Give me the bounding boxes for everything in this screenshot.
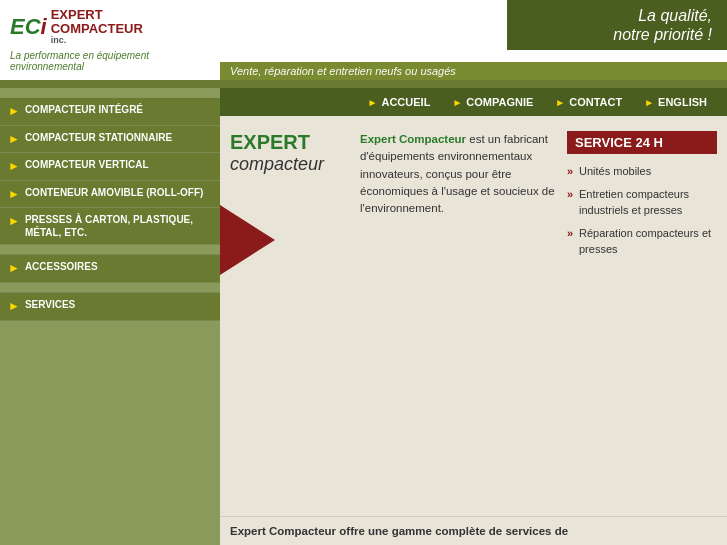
sidebar-item-compacteur-integre[interactable]: ► COMPACTEUR INTÉGRÉ	[0, 98, 220, 125]
logo-top: ECi EXPERT COMPACTEUR inc.	[10, 8, 210, 46]
description-block: Expert Compacteur est un fabricant d'équ…	[360, 131, 557, 506]
header-right: La qualité, notre priorité ! Vente, répa…	[220, 0, 727, 80]
service-item-unites: Unités mobiles	[567, 162, 717, 181]
description-text: Expert Compacteur est un fabricant d'équ…	[360, 131, 557, 217]
nav-item-accueil[interactable]: ► ACCUEIL	[358, 93, 441, 111]
quality-text-line1: La qualité,	[522, 6, 712, 25]
header-subtitle: Vente, réparation et entretien neufs ou …	[220, 62, 727, 80]
list-item[interactable]: ► SERVICES	[0, 293, 220, 321]
sidebar-item-compacteur-vertical[interactable]: ► COMPACTEUR VERTICAL	[0, 153, 220, 180]
nav-arrow-icon: ►	[644, 97, 654, 108]
nav-item-compagnie[interactable]: ► COMPAGNIE	[442, 93, 543, 111]
bullet-icon: ►	[8, 187, 20, 203]
nav-arrow-icon: ►	[555, 97, 565, 108]
service-item-reparation: Réparation compacteurs et presses	[567, 224, 717, 259]
logo-block: ECi EXPERT COMPACTEUR inc. La performanc…	[0, 0, 220, 80]
nav-bar: ► ACCUEIL ► COMPAGNIE ► CONTACT ► ENGLIS…	[220, 88, 727, 116]
main-container: ► COMPACTEUR INTÉGRÉ ► COMPACTEUR STATIO…	[0, 88, 727, 545]
list-item[interactable]: ► COMPACTEUR INTÉGRÉ	[0, 98, 220, 126]
nav-arrow-icon: ►	[368, 97, 378, 108]
sidebar-item-accessoires[interactable]: ► ACCESSOIRES	[0, 255, 220, 282]
description-rest: est un fabricant d'équipements environne…	[360, 133, 555, 214]
nav-item-contact[interactable]: ► CONTACT	[545, 93, 632, 111]
list-item[interactable]: ► PRESSES À CARTON, PLASTIQUE, MÉTAL, ET…	[0, 208, 220, 245]
service-block: SERVICE 24 H Unités mobiles Entretien co…	[567, 131, 717, 506]
list-item[interactable]: ► COMPACTEUR VERTICAL	[0, 153, 220, 181]
sidebar-item-conteneur-amovible[interactable]: ► CONTENEUR AMOVIBLE (ROLL-OFF)	[0, 181, 220, 208]
sidebar-spacer2	[0, 283, 220, 293]
bullet-icon: ►	[8, 104, 20, 120]
bottom-text: Expert Compacteur offre une gamme complè…	[230, 525, 568, 537]
nav-item-english[interactable]: ► ENGLISH	[634, 93, 717, 111]
list-item[interactable]: ► COMPACTEUR STATIONNAIRE	[0, 126, 220, 154]
list-item[interactable]: ► ACCESSOIRES	[0, 255, 220, 283]
title-expert: EXPERT	[230, 131, 350, 154]
logo-tagline: La performance en équipement environneme…	[10, 50, 210, 72]
service-list: Unités mobiles Entretien compacteurs ind…	[567, 162, 717, 259]
nav-items: ► ACCUEIL ► COMPAGNIE ► CONTACT ► ENGLIS…	[358, 93, 717, 111]
logo-eci: ECi	[10, 14, 47, 40]
header: ECi EXPERT COMPACTEUR inc. La performanc…	[0, 0, 727, 80]
sidebar-menu: ► COMPACTEUR INTÉGRÉ ► COMPACTEUR STATIO…	[0, 98, 220, 321]
sidebar: ► COMPACTEUR INTÉGRÉ ► COMPACTEUR STATIO…	[0, 88, 220, 545]
content-main: EXPERT compacteur Expert Compacteur est …	[220, 116, 727, 516]
sidebar-spacer	[0, 245, 220, 255]
title-compacteur: compacteur	[230, 154, 350, 175]
green-stripe	[0, 80, 727, 88]
content-area: ► ACCUEIL ► COMPAGNIE ► CONTACT ► ENGLIS…	[220, 88, 727, 545]
logo-expert-text: EXPERT COMPACTEUR inc.	[51, 8, 143, 46]
bullet-icon: ►	[8, 299, 20, 315]
service-item-entretien: Entretien compacteurs industriels et pre…	[567, 185, 717, 220]
bullet-icon: ►	[8, 132, 20, 148]
sidebar-item-services[interactable]: ► SERVICES	[0, 293, 220, 320]
arrow-shape	[220, 205, 275, 275]
service-header: SERVICE 24 H	[567, 131, 717, 154]
list-item[interactable]: ► CONTENEUR AMOVIBLE (ROLL-OFF)	[0, 181, 220, 209]
description-bold: Expert Compacteur	[360, 133, 466, 145]
quality-block: La qualité, notre priorité !	[507, 0, 727, 50]
bullet-icon: ►	[8, 261, 20, 277]
sidebar-item-presses[interactable]: ► PRESSES À CARTON, PLASTIQUE, MÉTAL, ET…	[0, 208, 220, 244]
quality-text-line2: notre priorité !	[522, 25, 712, 44]
bullet-icon: ►	[8, 214, 20, 230]
title-block: EXPERT compacteur	[230, 131, 350, 506]
nav-arrow-icon: ►	[452, 97, 462, 108]
bullet-icon: ►	[8, 159, 20, 175]
content-bottom: Expert Compacteur offre une gamme complè…	[220, 516, 727, 545]
sidebar-item-compacteur-stationnaire[interactable]: ► COMPACTEUR STATIONNAIRE	[0, 126, 220, 153]
